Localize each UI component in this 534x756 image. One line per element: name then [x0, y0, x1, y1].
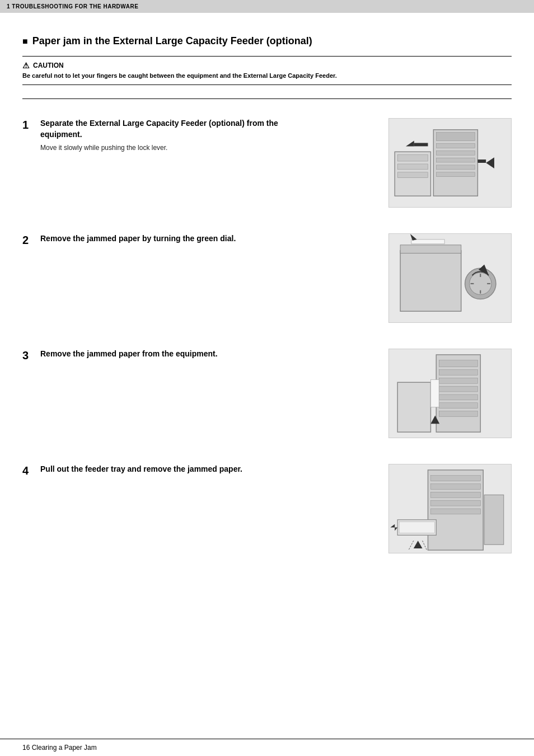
warning-icon: ⚠	[22, 61, 30, 70]
svg-rect-35	[430, 379, 439, 407]
section-title: Paper jam in the External Large Capacity…	[22, 35, 512, 47]
step-4-left: 4 Pull out the feeder tray and remove th…	[22, 464, 302, 481]
svg-rect-43	[484, 495, 504, 544]
svg-marker-13	[486, 157, 494, 168]
svg-rect-16	[400, 245, 461, 253]
svg-rect-17	[411, 240, 444, 244]
svg-rect-14	[477, 159, 486, 163]
svg-rect-5	[436, 165, 475, 170]
step-2-header: 2 Remove the jammed paper by turning the…	[22, 233, 291, 247]
svg-rect-33	[439, 411, 477, 417]
footer-text: 16 Clearing a Paper Jam	[22, 744, 97, 752]
svg-marker-11	[406, 141, 414, 147]
page-content: Paper jam in the External Large Capacity…	[0, 13, 534, 593]
svg-rect-45	[399, 522, 434, 533]
svg-rect-32	[439, 403, 477, 408]
step-1-image	[388, 118, 512, 208]
svg-rect-12	[414, 143, 428, 146]
step-3-left: 3 Remove the jammed paper from the equip…	[22, 349, 302, 365]
svg-rect-4	[436, 158, 475, 162]
step-2-number: 2	[22, 233, 34, 247]
svg-rect-38	[430, 476, 480, 481]
step-3-image	[388, 349, 512, 438]
step-3-header: 3 Remove the jammed paper from the equip…	[22, 349, 291, 362]
svg-rect-6	[436, 172, 475, 177]
footer: 16 Clearing a Paper Jam	[0, 739, 534, 756]
step-1-header: 1 Separate the External Large Capacity F…	[22, 118, 291, 140]
svg-rect-1	[436, 133, 475, 141]
svg-rect-31	[439, 395, 477, 400]
svg-rect-2	[436, 143, 475, 148]
step-3-title: Remove the jammed paper from the equipme…	[40, 349, 218, 360]
step-row-3: 3 Remove the jammed paper from the equip…	[22, 340, 512, 455]
caution-text: Be careful not to let your fingers be ca…	[22, 72, 512, 79]
svg-rect-9	[397, 164, 428, 170]
svg-line-48	[409, 541, 414, 550]
step-4-number: 4	[22, 464, 34, 477]
step-row-2: 2 Remove the jammed paper by turning the…	[22, 224, 512, 340]
step-1-left: 1 Separate the External Large Capacity F…	[22, 118, 302, 153]
divider	[22, 98, 512, 99]
svg-rect-28	[439, 370, 477, 375]
step-4-title: Pull out the feeder tray and remove the …	[40, 464, 242, 475]
step-row-4: 4 Pull out the feeder tray and remove th…	[22, 455, 512, 570]
caution-box: ⚠ CAUTION Be careful not to let your fin…	[22, 56, 512, 85]
step-3-number: 3	[22, 349, 34, 362]
step-row-1: 1 Separate the External Large Capacity F…	[22, 109, 512, 224]
svg-rect-29	[439, 378, 477, 383]
step-1-title: Separate the External Large Capacity Fee…	[40, 118, 291, 140]
caution-header: ⚠ CAUTION	[22, 61, 512, 70]
svg-rect-3	[436, 151, 475, 155]
svg-rect-15	[400, 251, 461, 312]
svg-rect-39	[430, 484, 480, 490]
svg-marker-46	[390, 524, 397, 531]
step-2-left: 2 Remove the jammed paper by turning the…	[22, 233, 302, 250]
svg-rect-34	[397, 382, 430, 432]
step-2-image	[388, 233, 512, 323]
svg-rect-40	[430, 492, 480, 497]
svg-marker-47	[414, 541, 423, 548]
steps-container: 1 Separate the External Large Capacity F…	[22, 109, 512, 570]
step-1-desc: Move it slowly while pushing the lock le…	[40, 143, 291, 153]
top-bar-label: 1 TROUBLESHOOTING FOR THE HARDWARE	[7, 3, 138, 10]
svg-rect-41	[430, 500, 480, 506]
step-1-number: 1	[22, 118, 34, 132]
step-4-header: 4 Pull out the feeder tray and remove th…	[22, 464, 291, 477]
svg-rect-30	[439, 386, 477, 392]
step-2-title: Remove the jammed paper by turning the g…	[40, 233, 236, 245]
svg-line-49	[423, 541, 427, 550]
top-bar: 1 TROUBLESHOOTING FOR THE HARDWARE	[0, 0, 534, 13]
svg-rect-8	[397, 154, 428, 161]
svg-rect-10	[397, 172, 428, 178]
svg-rect-27	[439, 360, 477, 367]
svg-rect-42	[430, 509, 480, 514]
step-4-image	[388, 464, 512, 553]
